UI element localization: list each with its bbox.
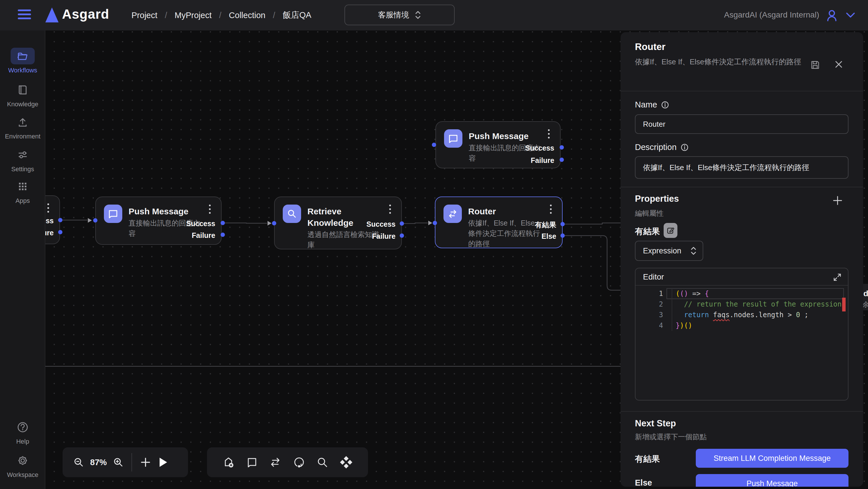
sidebar-item-apps[interactable]: Apps (0, 178, 45, 205)
next-step-result-label: 有結果 (635, 453, 660, 465)
breadcrumb: Project / MyProject / Collection / 飯店QA (131, 9, 311, 21)
property-type-select[interactable]: Expression (635, 241, 703, 261)
gear-icon (17, 454, 29, 467)
select-expander-icon (415, 10, 421, 20)
expression-editor[interactable]: Editor 1(() => {2 // return the result o… (635, 268, 848, 401)
name-input[interactable]: Router (635, 114, 848, 134)
workflow-node-retrieve-knowledge[interactable]: Retrieve Knowledge 透過自然語言檢索知識庫 Success F… (274, 197, 402, 249)
info-icon (681, 143, 689, 151)
folder-icon (17, 50, 28, 62)
workflow-node-edge-cut[interactable]: d 余 (863, 284, 868, 310)
properties-subtitle: 編輯屬性 (635, 209, 663, 218)
zoom-in-button[interactable] (113, 457, 123, 467)
tools-toolbar (207, 447, 368, 477)
node-menu-icon[interactable] (209, 205, 211, 216)
sidebar-item-knowledge[interactable]: Knowledge (0, 82, 45, 108)
node-title: Push Message (129, 206, 195, 217)
expand-icon[interactable] (833, 273, 842, 282)
search-icon[interactable] (316, 456, 329, 468)
user-icon[interactable] (825, 8, 839, 23)
editor-title: Editor (643, 272, 664, 282)
name-label: Name (635, 100, 669, 110)
add-property-icon[interactable] (832, 195, 843, 206)
sidebar-item-workspace[interactable]: Workspace (0, 452, 45, 479)
asgard-logo-icon (45, 7, 59, 22)
node-menu-icon[interactable] (48, 203, 50, 214)
next-step-title: Next Step (635, 418, 676, 429)
swap-connections-icon[interactable] (269, 456, 282, 469)
upload-icon (17, 116, 28, 128)
app-header: Asgard Project / MyProject / Collection … (0, 0, 868, 30)
node-inspector-panel: Router 依據If、Else If、Else條件決定工作流程執行的路徑 Na… (621, 32, 863, 487)
book-icon (17, 84, 28, 96)
breadcrumb-collection[interactable]: Collection (229, 11, 265, 20)
add-button[interactable] (140, 457, 151, 468)
sidebar-item-help[interactable]: Help (0, 419, 45, 445)
description-input[interactable]: 依據If、Else If、Else條件決定工作流程執行的路徑 (635, 156, 848, 179)
chat-bubble-icon (444, 129, 462, 148)
app-logo-text: Asgard (62, 6, 109, 22)
node-output-failure[interactable]: Failure (372, 232, 396, 240)
node-output-else[interactable]: Else (541, 232, 556, 240)
divider (621, 187, 863, 187)
account-label: AsgardAI (Asgard Internal) (724, 10, 819, 20)
zoom-level[interactable]: 87% (90, 458, 107, 467)
sidebar-item-workflows[interactable]: Workflows (0, 48, 45, 74)
comment-icon[interactable] (246, 456, 258, 468)
node-output-success[interactable]: Success (186, 219, 215, 228)
info-icon (661, 101, 669, 109)
breadcrumb-myproject[interactable]: MyProject (175, 11, 212, 20)
zoom-toolbar: 87% (63, 447, 188, 477)
node-title-fragment: d (863, 289, 868, 298)
node-menu-icon[interactable] (550, 205, 552, 216)
node-title: Router (468, 206, 535, 217)
node-menu-icon[interactable] (548, 129, 550, 141)
sidebar-item-environment[interactable]: Environment (0, 114, 45, 140)
node-description: 透過自然語言檢索知識庫 (307, 229, 380, 250)
node-output-failure[interactable]: Failure (531, 156, 554, 165)
navigator-icon[interactable] (340, 456, 353, 469)
sidebar-nav: Workflows Knowledge Environment Settings… (0, 30, 45, 489)
environment-select[interactable]: 客服情境 (344, 5, 455, 25)
select-expander-icon (691, 246, 696, 255)
property-name: 有結果 (635, 226, 660, 237)
node-title: Push Message (469, 131, 535, 142)
router-swap-icon (443, 205, 462, 223)
run-button[interactable] (160, 458, 167, 467)
description-label: Description (635, 143, 689, 152)
save-icon[interactable] (810, 60, 820, 70)
next-step-result-button[interactable]: Stream LLM Completion Message (696, 449, 848, 468)
close-icon[interactable] (834, 60, 843, 69)
edit-property-icon[interactable] (663, 223, 677, 238)
next-step-subtitle: 新增或選擇下一個節點 (635, 432, 707, 441)
breadcrumb-project[interactable]: Project (131, 11, 157, 20)
next-step-else-button[interactable]: Push Message (696, 474, 848, 487)
workflow-node-router[interactable]: Router 依據If、Else If、Else條件決定工作流程執行的路徑 有結… (435, 197, 563, 248)
node-output-success[interactable]: Success (367, 220, 396, 228)
node-menu-icon[interactable] (389, 205, 392, 216)
add-node-icon[interactable] (222, 456, 235, 469)
menu-icon[interactable] (18, 9, 31, 21)
auto-layout-icon[interactable] (293, 456, 305, 469)
panel-title: Router (635, 41, 665, 52)
error-marker (842, 298, 846, 312)
divider (621, 91, 863, 91)
node-output-success[interactable]: Success (525, 144, 554, 152)
node-output-failure[interactable]: Failure (192, 231, 215, 240)
workflow-node-push-message-top[interactable]: Push Message 直接輸出訊息的回應內容 Success Failure (435, 121, 561, 168)
properties-title: Properties (635, 194, 679, 204)
code-lines[interactable]: 1(() => {2 // return the result of the e… (636, 288, 848, 331)
breadcrumb-workflow[interactable]: 飯店QA (283, 9, 311, 21)
workflow-node-push-message[interactable]: Push Message 直接輸出訊息的回應內容 Success Failure (95, 197, 222, 245)
editor-header: Editor (636, 268, 848, 286)
sliders-icon (17, 149, 28, 161)
apps-grid-icon (17, 181, 28, 192)
node-output-result[interactable]: 有結果 (535, 220, 556, 229)
sidebar-item-settings[interactable]: Settings (0, 146, 45, 173)
divider (621, 411, 863, 412)
chevron-down-icon[interactable] (846, 12, 856, 19)
node-description-fragment: 余 (863, 300, 868, 309)
zoom-out-button[interactable] (73, 457, 84, 467)
node-title: Retrieve Knowledge (307, 206, 365, 229)
search-icon (283, 205, 301, 223)
